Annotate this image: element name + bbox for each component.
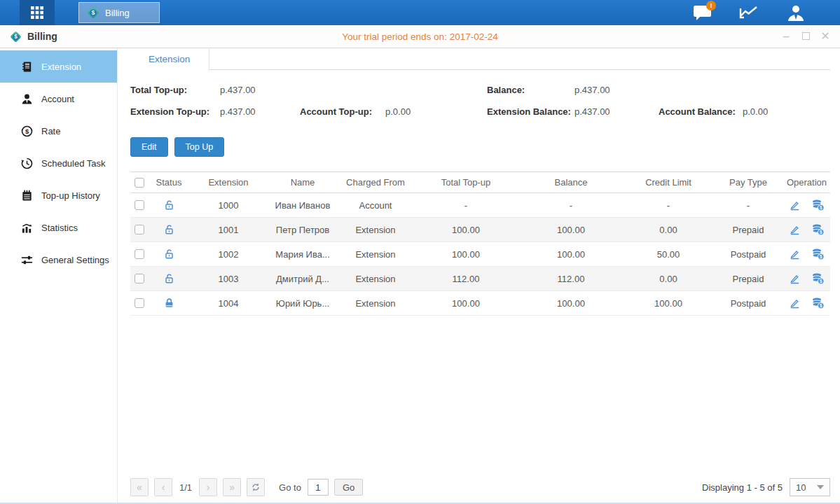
refresh-button[interactable] [247, 478, 265, 496]
tab-extension[interactable]: Extension [130, 49, 209, 71]
sidebar-item-scheduled-task[interactable]: Scheduled Task [0, 147, 117, 179]
table-body: 1000 Иван Иванов Account - - - - [130, 193, 830, 316]
line-chart-icon [739, 5, 759, 20]
go-button[interactable]: Go [334, 479, 363, 496]
row-checkbox[interactable] [135, 274, 144, 284]
pay-type-cell: - [713, 200, 783, 211]
sidebar-item-topup-history[interactable]: Top-up History [0, 179, 117, 211]
operation-cell: $ [783, 199, 830, 211]
clock-history-icon [21, 158, 33, 169]
col-operation: Operation [783, 177, 830, 188]
next-page-button[interactable]: › [199, 478, 217, 496]
sidebar-item-account[interactable]: Account [0, 83, 117, 115]
operation-cell: $ [783, 272, 830, 285]
operation-cell: $ [783, 248, 830, 260]
sidebar-item-label: Account [41, 94, 74, 104]
top-up-row-button[interactable]: $ [811, 248, 825, 260]
pencil-icon [789, 224, 801, 236]
top-up-row-button[interactable]: $ [811, 297, 825, 309]
row-checkbox[interactable] [135, 249, 144, 259]
last-page-button[interactable]: » [223, 478, 241, 496]
row-checkbox[interactable] [135, 298, 144, 308]
table-row[interactable]: 1003 Дмитрий Д... Extension 112.00 112.0… [130, 267, 830, 291]
svg-text:$: $ [820, 205, 822, 211]
extension-balance-label: Extension Balance: [487, 106, 574, 117]
page-size-dropdown[interactable]: 10 [790, 478, 830, 496]
app-launcher-button[interactable] [20, 0, 55, 25]
table-row[interactable]: 1001 Петр Петров Extension 100.00 100.00… [130, 218, 830, 242]
topbar: $ Billing ! [0, 0, 840, 25]
balance-cell: 100.00 [518, 249, 624, 260]
edit-button[interactable]: Edit [130, 137, 168, 157]
col-charged-from: Charged From [338, 177, 413, 188]
tab-strip: Extension [130, 48, 830, 70]
main-content: Extension Total Top-up: p.437.00 Balance… [118, 48, 840, 503]
edit-row-button[interactable] [789, 273, 801, 285]
app-grid-icon [30, 6, 44, 20]
select-all-checkbox[interactable] [135, 178, 144, 188]
billing-diamond-dollar-icon: $ [86, 6, 100, 20]
unlocked-icon [163, 248, 175, 260]
balance-cell: 112.00 [518, 274, 624, 284]
col-extension: Extension [189, 177, 268, 188]
table-row[interactable]: 1000 Иван Иванов Account - - - - [130, 193, 830, 218]
user-account-button[interactable] [785, 4, 806, 22]
total-topup-value: p.437.00 [220, 85, 300, 95]
topbar-tab-label: Billing [105, 8, 130, 18]
sidebar-item-rate[interactable]: $ Rate [0, 115, 117, 147]
row-checkbox[interactable] [135, 225, 144, 234]
total-topup-cell: - [413, 200, 518, 211]
user-icon [787, 4, 805, 22]
table-row[interactable]: 1004 Юрий Юрь... Extension 100.00 100.00… [130, 291, 830, 316]
sidebar-item-general-settings[interactable]: General Settings [0, 244, 117, 276]
maximize-icon[interactable] [801, 31, 811, 42]
messages-button[interactable]: ! [691, 4, 712, 22]
top-up-row-button[interactable]: $ [811, 223, 825, 236]
edit-row-button[interactable] [789, 248, 801, 260]
window-title: $ Billing [9, 30, 57, 43]
sidebar-item-extension[interactable]: Extension [0, 50, 117, 83]
col-status: Status [149, 177, 189, 188]
displaying-text: Displaying 1 - 5 of 5 [702, 482, 783, 493]
svg-text:$: $ [820, 254, 822, 260]
top-up-row-button[interactable]: $ [811, 272, 825, 285]
top-up-row-button[interactable]: $ [811, 199, 825, 211]
locked-icon [163, 297, 175, 309]
extension-cell: 1001 [189, 225, 268, 235]
edit-row-button[interactable] [789, 200, 801, 211]
charged-from-cell: Extension [338, 274, 413, 284]
goto-label: Go to [279, 482, 301, 493]
page-size-value: 10 [796, 482, 806, 493]
status-cell [149, 199, 189, 211]
balance-cell: - [518, 200, 624, 211]
resource-monitor-button[interactable] [738, 4, 759, 22]
sidebar-item-label: Statistics [41, 223, 78, 233]
coins-dollar-icon: $ [811, 297, 825, 309]
credit-limit-cell: - [624, 200, 713, 211]
topbar-tab-billing[interactable]: $ Billing [78, 2, 160, 23]
first-page-button[interactable]: « [130, 478, 149, 496]
pencil-icon [789, 273, 801, 285]
col-pay-type: Pay Type [713, 177, 783, 188]
chevron-down-icon [817, 485, 824, 489]
top-up-button[interactable]: Top Up [174, 137, 225, 157]
window-title-text: Billing [27, 31, 57, 42]
extension-cell: 1003 [189, 274, 268, 284]
billing-diamond-dollar-icon: $ [9, 30, 22, 43]
edit-row-button[interactable] [789, 298, 801, 309]
row-checkbox[interactable] [135, 200, 144, 210]
sidebar-item-label: Scheduled Task [41, 158, 106, 169]
close-icon[interactable]: ✕ [820, 31, 830, 42]
sidebar-item-statistics[interactable]: Statistics [0, 211, 117, 244]
pencil-icon [789, 200, 801, 211]
edit-row-button[interactable] [789, 224, 801, 236]
prev-page-button[interactable]: ‹ [154, 478, 172, 496]
bar-chart-icon [21, 222, 33, 234]
sidebar-item-label: General Settings [41, 255, 109, 265]
extensions-table: Status Extension Name Charged From Total… [130, 172, 830, 316]
table-row[interactable]: 1002 Мария Ива... Extension 100.00 100.0… [130, 242, 830, 267]
name-cell: Дмитрий Д... [268, 274, 338, 284]
sidebar-item-label: Rate [41, 126, 60, 136]
goto-page-input[interactable] [308, 479, 329, 496]
minimize-icon[interactable]: – [781, 31, 791, 42]
